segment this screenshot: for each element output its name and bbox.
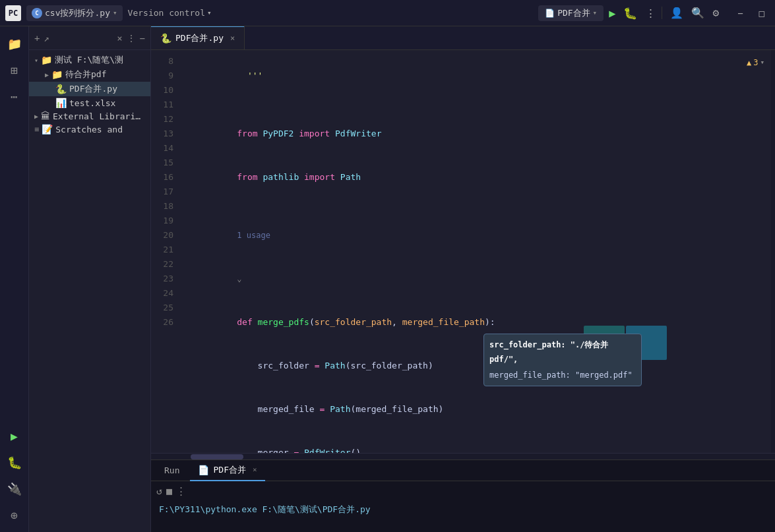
param-line-2: merged_file_path: "merged.pdf" bbox=[489, 367, 636, 383]
tree-item-test-xlsx[interactable]: 📊 test.xlsx bbox=[29, 96, 150, 109]
bottom-tabs: Run 📄 PDF合并 × bbox=[151, 460, 775, 481]
file-panel-header: + ↗ × ⋮ − bbox=[29, 26, 150, 50]
run-button[interactable]: ▶ bbox=[609, 7, 615, 20]
project-name: csv按列拆分.py bbox=[45, 7, 110, 19]
code-line-13b: ⌄ bbox=[185, 257, 771, 301]
sidebar-icon-structure[interactable]: ⊞ bbox=[3, 58, 26, 82]
sidebar-icon-debug[interactable]: 🐛 bbox=[3, 450, 26, 474]
tab-pdf-merge[interactable]: 🐍 PDF合并.py × bbox=[151, 26, 245, 49]
code-token: merged_file_path bbox=[402, 317, 485, 327]
tab-label: PDF合并 bbox=[213, 464, 245, 476]
tab-close-run[interactable]: × bbox=[253, 465, 257, 474]
horizontal-scrollbar[interactable] bbox=[151, 453, 775, 459]
stop-button[interactable]: ■ bbox=[166, 485, 172, 497]
code-token: src_folder bbox=[237, 361, 314, 370]
tab-run[interactable]: Run bbox=[156, 460, 187, 481]
code-token: () bbox=[350, 448, 361, 453]
tab-close-button[interactable]: × bbox=[230, 34, 235, 43]
tree-label: 测试 F:\随笔\测 bbox=[55, 54, 123, 66]
tree-item-pdf-merge-py[interactable]: 🐍 PDF合并.py bbox=[29, 82, 150, 96]
debug-button[interactable]: 🐛 bbox=[623, 7, 637, 20]
new-file-button[interactable]: + bbox=[34, 33, 40, 44]
sidebar-icon-plugin[interactable]: 🔌 bbox=[3, 477, 26, 500]
code-token: Path bbox=[325, 361, 345, 370]
code-token: merge_pdfs bbox=[258, 317, 309, 327]
code-line-13: 1 usage bbox=[185, 214, 771, 257]
minimize-button[interactable]: − bbox=[732, 7, 748, 20]
code-token: ( bbox=[309, 317, 315, 327]
code-token: (src_folder_path) bbox=[346, 361, 433, 370]
tree-label: External Librari... bbox=[53, 111, 145, 121]
sidebar-icon-layers[interactable]: ⊕ bbox=[3, 503, 26, 527]
more-actions-button[interactable]: ⋮ bbox=[645, 7, 656, 20]
user-icon[interactable]: 👤 bbox=[670, 7, 683, 19]
tree-item-daihebing[interactable]: ▶ 📁 待合并pdf bbox=[29, 67, 150, 82]
close-panel-button[interactable]: × bbox=[117, 33, 122, 44]
app-logo: PC bbox=[5, 5, 21, 21]
code-token: PdfWriter bbox=[335, 129, 381, 138]
bottom-content: F:\PY311\python.exe F:\随笔\测试\PDF合并.py bbox=[151, 501, 775, 532]
code-token: ''' bbox=[237, 71, 263, 80]
line-numbers: 8 9 10 11 12 13 14 15 16 17 18 19 20 21 … bbox=[151, 50, 180, 453]
run-file-label: PDF合并 bbox=[557, 7, 590, 19]
py-file-icon: 🐍 bbox=[55, 84, 67, 94]
param-popup: src_folder_path: "./待合并pdf/", merged_fil… bbox=[483, 334, 642, 386]
tree-item-ceshi[interactable]: ▾ 📁 测试 F:\随笔\测 bbox=[29, 53, 150, 67]
tree-label: Scratches and bbox=[55, 125, 123, 134]
code-line-15: src_folder = Path(src_folder_path) bbox=[185, 344, 771, 388]
sidebar-icon-more[interactable]: ⋯ bbox=[3, 84, 26, 108]
project-icon: C bbox=[32, 8, 42, 18]
settings-icon[interactable]: ⚙ bbox=[712, 7, 719, 19]
titlebar: PC C csv按列拆分.py ▾ Version control ▾ 📄 PD… bbox=[0, 0, 775, 26]
arrow-icon: ▶ bbox=[34, 113, 38, 120]
code-token: pathlib bbox=[263, 172, 299, 182]
folder-icon: 📁 bbox=[41, 55, 52, 65]
search-icon[interactable]: 🔍 bbox=[691, 7, 704, 19]
code-content[interactable]: ▲ 3 ▾ ''' from PyPDF2 import PdfWriter f… bbox=[180, 50, 771, 453]
lib-icon: 🏛 bbox=[41, 111, 50, 121]
main-layout: 📁 ⊞ ⋯ ▶ 🐛 🔌 ⊕ + ↗ × ⋮ − ▾ 📁 测试 F:\随笔\测 bbox=[0, 26, 775, 532]
code-token: from bbox=[237, 129, 263, 138]
panel-minimize-button[interactable]: − bbox=[140, 33, 145, 44]
version-control-selector[interactable]: Version control ▾ bbox=[128, 8, 212, 18]
usage-chevron-icon: ⌄ bbox=[237, 274, 241, 283]
code-editor: 8 9 10 11 12 13 14 15 16 17 18 19 20 21 … bbox=[151, 50, 775, 453]
maximize-button[interactable]: □ bbox=[754, 7, 770, 20]
scratches-folder-icon: 📝 bbox=[42, 124, 53, 134]
code-line-11: from pathlib import Path bbox=[185, 156, 771, 199]
code-token: Path bbox=[330, 404, 350, 414]
run-selector[interactable]: 📄 PDF合并 ▾ bbox=[538, 5, 604, 21]
code-token: import bbox=[299, 129, 335, 138]
sidebar-icon-files[interactable]: 📁 bbox=[3, 32, 26, 55]
code-token: import bbox=[304, 172, 340, 182]
panel-more-button[interactable]: ⋮ bbox=[127, 33, 136, 44]
param-line-1: src_folder_path: "./待合并pdf/", bbox=[489, 337, 636, 367]
more-options-button[interactable]: ⋮ bbox=[176, 485, 186, 497]
tab-run-label: Run bbox=[164, 465, 179, 475]
run-tab-icon: 📄 bbox=[198, 465, 209, 475]
code-token: src_folder_path bbox=[315, 317, 392, 327]
tab-pdf-merge-run[interactable]: 📄 PDF合并 × bbox=[190, 460, 264, 481]
code-token: PdfWriter bbox=[304, 448, 350, 453]
code-token: merger bbox=[237, 448, 294, 453]
file-panel: + ↗ × ⋮ − ▾ 📁 测试 F:\随笔\测 ▶ 📁 待合并pdf bbox=[29, 26, 151, 532]
code-token: = bbox=[315, 361, 320, 370]
file-tree: ▾ 📁 测试 F:\随笔\测 ▶ 📁 待合并pdf 🐍 PDF合并.py bbox=[29, 50, 150, 532]
vc-label: Version control bbox=[128, 8, 205, 18]
sidebar-icon-run[interactable]: ▶ bbox=[3, 424, 26, 448]
project-selector[interactable]: C csv按列拆分.py ▾ bbox=[26, 5, 123, 21]
run-file-icon: 📄 bbox=[545, 9, 555, 18]
tree-label: PDF合并.py bbox=[69, 83, 117, 95]
folder-icon: 📁 bbox=[51, 69, 63, 80]
tree-item-scratches[interactable]: ≡ 📝 Scratches and bbox=[29, 123, 150, 136]
code-token bbox=[299, 448, 304, 453]
run-dropdown-icon: ▾ bbox=[593, 9, 598, 17]
tree-label: 待合并pdf bbox=[65, 69, 106, 80]
tree-item-external-lib[interactable]: ▶ 🏛 External Librari... bbox=[29, 109, 150, 123]
code-line-16: merged_file = Path(merged_file_path) bbox=[185, 388, 771, 431]
titlebar-right-actions: 👤 🔍 ⚙ bbox=[662, 7, 719, 19]
restart-button[interactable]: ↺ bbox=[156, 485, 162, 497]
code-line-17: merger = PdfWriter() bbox=[185, 431, 771, 453]
window-controls: − □ bbox=[732, 7, 770, 20]
expand-button[interactable]: ↗ bbox=[44, 33, 49, 44]
